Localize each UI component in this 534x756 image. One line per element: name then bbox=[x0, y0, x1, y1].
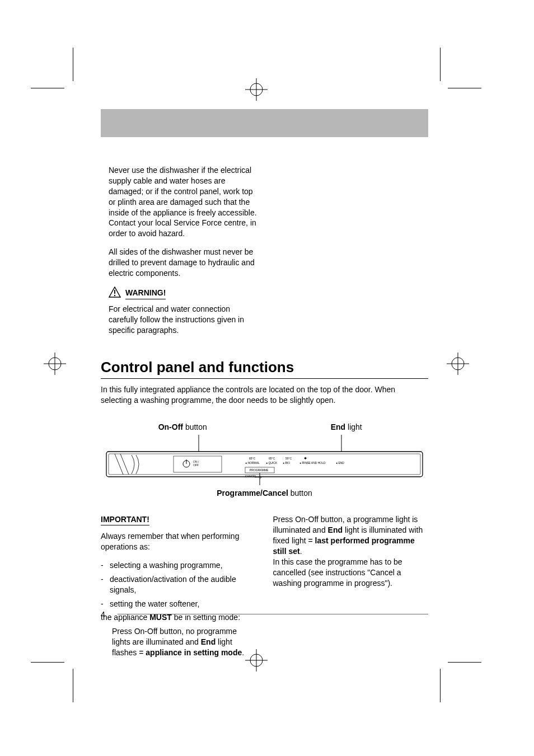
safety-drill-para: All sides of the dishwasher must never b… bbox=[109, 247, 260, 279]
right-para-1: Press On-Off button, a programme light i… bbox=[273, 514, 429, 557]
crop-mark bbox=[440, 48, 441, 81]
list-item: setting the water softener, bbox=[101, 599, 256, 609]
always-remember: Always remember that when performing ope… bbox=[101, 531, 256, 552]
control-panel-diagram: On-Off button End light ON / OFF 65°C ● … bbox=[101, 422, 428, 497]
setting-mode-block: Press On-Off button, no programme lights… bbox=[101, 626, 256, 658]
important-right-col: Press On-Off button, a programme light i… bbox=[273, 514, 429, 658]
section-rule bbox=[101, 378, 428, 379]
svg-text:PROGRAMME: PROGRAMME bbox=[250, 468, 269, 472]
important-left-col: IMPORTANT! Always remember that when per… bbox=[101, 514, 256, 658]
safety-electrical-para: Never use the dishwasher if the electric… bbox=[109, 165, 260, 239]
warning-para: For electrical and water connection care… bbox=[109, 304, 260, 336]
svg-text:● NORMAL: ● NORMAL bbox=[245, 461, 260, 464]
crop-mark bbox=[440, 669, 441, 702]
safety-columns: Never use the dishwasher if the electric… bbox=[101, 165, 428, 343]
page-number: 4 bbox=[101, 610, 105, 619]
important-label: IMPORTANT! bbox=[101, 514, 149, 525]
svg-text:● QUICK: ● QUICK bbox=[266, 461, 278, 464]
svg-text:● END: ● END bbox=[336, 461, 344, 464]
list-item: selecting a washing programme, bbox=[101, 560, 256, 571]
section-title: Control panel and functions bbox=[101, 359, 428, 376]
footer-rule bbox=[118, 614, 428, 614]
warning-label: WARNING! bbox=[125, 288, 166, 299]
svg-text:OFF: OFF bbox=[193, 463, 199, 467]
crop-mark bbox=[73, 48, 73, 81]
onoff-callout: On-Off button bbox=[101, 422, 265, 431]
important-columns: IMPORTANT! Always remember that when per… bbox=[101, 514, 428, 658]
section-intro: In this fully integrated appliance the c… bbox=[101, 384, 428, 406]
safety-left-col: Never use the dishwasher if the electric… bbox=[101, 165, 260, 343]
crop-mark bbox=[448, 662, 481, 663]
svg-text:● BIO: ● BIO bbox=[283, 461, 290, 464]
warning-icon bbox=[109, 287, 121, 300]
header-bar bbox=[101, 109, 428, 137]
list-item: deactivation/activation of the audible s… bbox=[101, 574, 256, 595]
panel-svg: ON / OFF 65°C ● NORMAL 65°C ● QUICK 50°C… bbox=[101, 435, 428, 485]
crop-mark bbox=[31, 88, 64, 88]
end-callout: End light bbox=[265, 422, 429, 431]
registration-mark bbox=[245, 78, 268, 101]
svg-text:65°C: 65°C bbox=[249, 457, 256, 460]
crop-mark bbox=[448, 88, 481, 88]
svg-text:50°C: 50°C bbox=[285, 457, 292, 460]
programme-callout: Programme/Cancel button bbox=[101, 489, 428, 497]
registration-mark bbox=[447, 353, 469, 375]
crop-mark bbox=[73, 669, 73, 702]
svg-point-14 bbox=[114, 295, 115, 296]
svg-text:✱: ✱ bbox=[304, 457, 307, 460]
operations-list: selecting a washing programme, deactivat… bbox=[101, 560, 256, 609]
safety-right-col bbox=[277, 165, 429, 343]
registration-mark bbox=[44, 353, 66, 375]
crop-mark bbox=[31, 662, 64, 663]
svg-text:65°C: 65°C bbox=[269, 457, 275, 460]
page-content: Never use the dishwasher if the electric… bbox=[101, 109, 428, 658]
warning-row: WARNING! bbox=[109, 287, 260, 300]
svg-text:● RINSE AND HOLD: ● RINSE AND HOLD bbox=[299, 461, 326, 464]
right-para-2: In this case the programme has to be can… bbox=[273, 557, 429, 589]
